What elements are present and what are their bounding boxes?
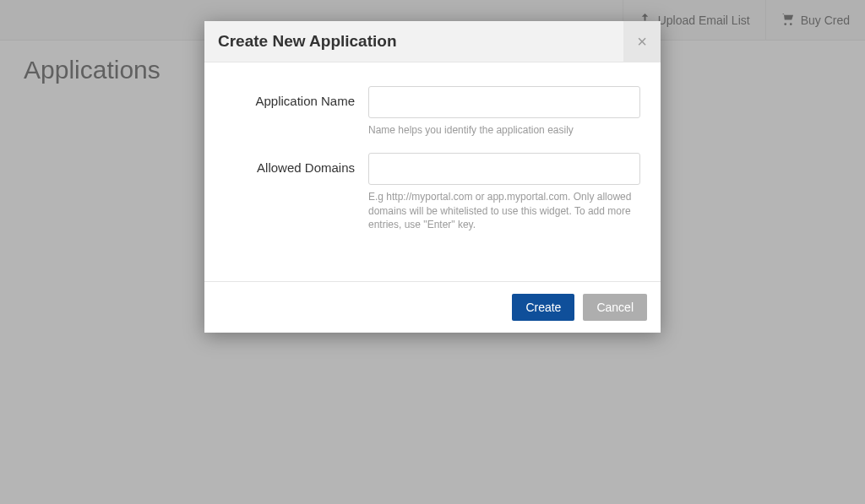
application-name-input[interactable]	[368, 86, 640, 118]
application-name-field-wrap: Name helps you identify the application …	[368, 86, 640, 138]
application-name-help: Name helps you identify the application …	[368, 123, 640, 138]
create-button[interactable]: Create	[512, 294, 574, 321]
allowed-domains-field-wrap: E.g http://myportal.com or app.myportal.…	[368, 153, 640, 232]
modal-title: Create New Application	[204, 21, 411, 62]
close-icon: ×	[637, 32, 647, 51]
modal-header: Create New Application ×	[204, 21, 661, 62]
allowed-domains-label: Allowed Domains	[225, 153, 368, 175]
allowed-domains-help: E.g http://myportal.com or app.myportal.…	[368, 190, 640, 232]
allowed-domains-row: Allowed Domains E.g http://myportal.com …	[225, 153, 640, 232]
cancel-button[interactable]: Cancel	[583, 294, 647, 321]
application-name-label: Application Name	[225, 86, 368, 108]
modal-body: Application Name Name helps you identify…	[204, 62, 661, 281]
close-button[interactable]: ×	[623, 21, 661, 62]
application-name-row: Application Name Name helps you identify…	[225, 86, 640, 138]
modal-footer: Create Cancel	[204, 281, 661, 333]
create-application-modal: Create New Application × Application Nam…	[204, 21, 661, 333]
modal-overlay[interactable]: Create New Application × Application Nam…	[0, 0, 865, 504]
allowed-domains-input[interactable]	[368, 153, 640, 185]
